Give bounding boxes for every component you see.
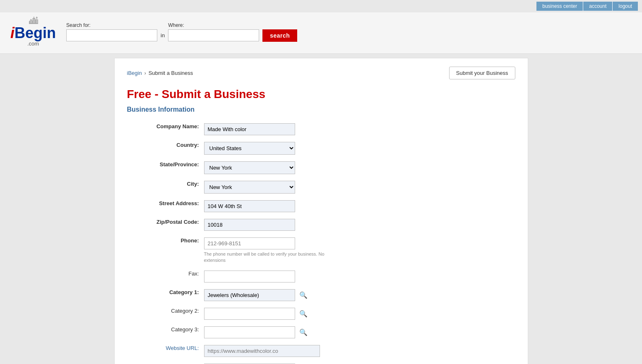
main-container: iBegin › Submit a Business Submit your B… bbox=[114, 58, 528, 364]
search-for-input[interactable] bbox=[66, 29, 157, 41]
street-row: Street Address: bbox=[127, 197, 515, 216]
city-row: City: New York bbox=[127, 177, 515, 197]
phone-cell: The phone number will be called to verif… bbox=[202, 234, 515, 267]
website-label: Website URL: bbox=[127, 342, 202, 360]
category2-label: Category 2: bbox=[127, 304, 202, 323]
street-input[interactable] bbox=[204, 200, 295, 212]
city-select[interactable]: New York bbox=[204, 181, 295, 194]
category1-input[interactable] bbox=[204, 289, 295, 301]
logo[interactable]: 🏙 iBegin .com bbox=[8, 17, 58, 47]
logo-text: iBegin bbox=[10, 26, 56, 41]
account-link[interactable]: account bbox=[583, 2, 613, 11]
street-cell bbox=[202, 197, 515, 216]
company-name-row: Company Name: bbox=[127, 120, 515, 139]
logo-dot: .com bbox=[27, 41, 39, 47]
business-center-link[interactable]: business center bbox=[536, 2, 583, 11]
breadcrumb-current: Submit a Business bbox=[149, 70, 193, 76]
phone-hint: The phone number will be called to verif… bbox=[204, 251, 345, 264]
city-label: City: bbox=[127, 177, 202, 197]
logo-begin: Begin bbox=[14, 24, 56, 41]
city-cell: New York bbox=[202, 177, 515, 197]
fax-input[interactable] bbox=[204, 271, 295, 283]
submit-business-button[interactable]: Submit your Business bbox=[449, 67, 515, 79]
fax-cell bbox=[202, 267, 515, 286]
search-for-label: Search for: bbox=[66, 22, 157, 28]
top-bar: business center account logout bbox=[0, 0, 642, 12]
zip-cell bbox=[202, 216, 515, 234]
zip-label: Zip/Postal Code: bbox=[127, 216, 202, 234]
category1-label: Category 1: bbox=[127, 286, 202, 304]
header: 🏙 iBegin .com Search for: in Where: sear… bbox=[0, 12, 642, 54]
country-cell: United States bbox=[202, 139, 515, 158]
category3-row: Category 3: 🔍 bbox=[127, 323, 515, 342]
category1-group: 🔍 bbox=[204, 289, 513, 301]
website-row: Website URL: bbox=[127, 342, 515, 360]
state-label: State/Province: bbox=[127, 158, 202, 177]
zip-input[interactable] bbox=[204, 219, 295, 231]
category3-group: 🔍 bbox=[204, 326, 513, 338]
website-label-text: Website URL: bbox=[166, 345, 199, 351]
search-in-label: in bbox=[161, 32, 165, 38]
where-label: Where: bbox=[168, 22, 259, 28]
breadcrumb: iBegin › Submit a Business Submit your B… bbox=[127, 67, 515, 79]
business-form: Company Name: Country: United States Sta… bbox=[127, 120, 515, 364]
website-cell bbox=[202, 342, 515, 360]
fax-row: Fax: bbox=[127, 267, 515, 286]
website-input[interactable] bbox=[204, 345, 320, 357]
where-group: Where: bbox=[168, 22, 259, 41]
zip-row: Zip/Postal Code: bbox=[127, 216, 515, 234]
phone-row: Phone: The phone number will be called t… bbox=[127, 234, 515, 267]
category2-row: Category 2: 🔍 bbox=[127, 304, 515, 323]
logout-link[interactable]: logout bbox=[613, 2, 638, 11]
fax-label: Fax: bbox=[127, 267, 202, 286]
breadcrumb-left: iBegin › Submit a Business bbox=[127, 70, 193, 76]
category2-input[interactable] bbox=[204, 308, 295, 320]
breadcrumb-ibegin-link[interactable]: iBegin bbox=[127, 70, 142, 76]
category3-label: Category 3: bbox=[127, 323, 202, 342]
street-label: Street Address: bbox=[127, 197, 202, 216]
facebook-row: Facebook Page: bbox=[127, 360, 515, 364]
category1-row: Category 1: 🔍 bbox=[127, 286, 515, 304]
facebook-label: Facebook Page: bbox=[127, 360, 202, 364]
search-button[interactable]: search bbox=[262, 29, 297, 42]
category1-cell: 🔍 bbox=[202, 286, 515, 304]
breadcrumb-separator: › bbox=[144, 70, 146, 76]
country-row: Country: United States bbox=[127, 139, 515, 158]
logo-i: i bbox=[10, 24, 14, 41]
country-select[interactable]: United States bbox=[204, 142, 295, 155]
country-label: Country: bbox=[127, 139, 202, 158]
search-for-group: Search for: bbox=[66, 22, 157, 41]
category3-search-icon[interactable]: 🔍 bbox=[298, 328, 309, 337]
category3-cell: 🔍 bbox=[202, 323, 515, 342]
where-input[interactable] bbox=[168, 29, 259, 41]
search-area: Search for: in Where: search bbox=[66, 22, 634, 42]
phone-input[interactable] bbox=[204, 237, 295, 249]
category2-group: 🔍 bbox=[204, 308, 513, 320]
category3-input[interactable] bbox=[204, 326, 295, 338]
facebook-cell bbox=[202, 360, 515, 364]
category2-search-icon[interactable]: 🔍 bbox=[298, 309, 309, 318]
state-select[interactable]: New York bbox=[204, 161, 295, 174]
phone-label: Phone: bbox=[127, 234, 202, 267]
company-name-input[interactable] bbox=[204, 123, 295, 135]
state-row: State/Province: New York bbox=[127, 158, 515, 177]
company-name-cell bbox=[202, 120, 515, 139]
category1-search-icon[interactable]: 🔍 bbox=[298, 290, 309, 300]
state-cell: New York bbox=[202, 158, 515, 177]
page-title: Free - Submit a Business bbox=[127, 88, 515, 101]
category2-cell: 🔍 bbox=[202, 304, 515, 323]
company-name-label: Company Name: bbox=[127, 120, 202, 139]
section-title: Business Information bbox=[127, 106, 515, 113]
